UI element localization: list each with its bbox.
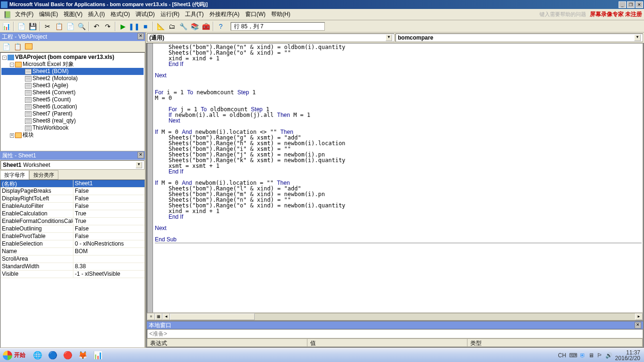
menu-file[interactable]: 文件(F) xyxy=(12,9,36,19)
menu-insert[interactable]: 插入(I) xyxy=(85,9,107,19)
property-value[interactable]: False xyxy=(73,188,145,195)
excel-icon[interactable]: 📗 xyxy=(2,9,12,20)
tree-item-sheet5[interactable]: Sheet5 (Count) xyxy=(1,96,144,103)
find-button[interactable]: 🔍 xyxy=(76,21,87,32)
tree-folder-excel-objects[interactable]: -Microsoft Excel 对象 xyxy=(1,61,144,68)
tray-icon-shield[interactable]: ⛨ xyxy=(580,352,586,359)
insert-module-button[interactable]: 📄 xyxy=(16,21,26,32)
tree-root[interactable]: -VBAProject (bom compare ver13.xls) xyxy=(1,54,144,61)
tree-item-sheet3[interactable]: Sheet3 (Agile) xyxy=(1,82,144,89)
property-value[interactable]: False xyxy=(73,195,145,202)
project-panel-close-button[interactable]: ✕ xyxy=(137,33,144,40)
properties-button[interactable]: 🔧 xyxy=(178,21,188,32)
clock[interactable]: 11:37 2016/2/20 xyxy=(615,350,640,361)
property-value[interactable] xyxy=(73,255,145,263)
tab-categorized[interactable]: 按分类序 xyxy=(29,170,58,180)
tray-icon-volume[interactable]: 🔊 xyxy=(605,352,612,359)
properties-grid[interactable]: (名称)Sheet1DisplayPageBreaksFalseDisplayR… xyxy=(0,180,145,348)
taskbar-app-3[interactable]: 🔴 xyxy=(61,349,74,362)
tray-icon-flag[interactable]: 🏳 xyxy=(597,352,603,359)
restore-button[interactable]: ❐ xyxy=(627,1,635,8)
menu-debug[interactable]: 调试(D) xyxy=(133,9,158,19)
property-row[interactable]: EnableOutliningFalse xyxy=(0,225,145,233)
tray-icon-keyboard[interactable]: ⌨ xyxy=(569,352,577,359)
tree-item-sheet6[interactable]: Sheet6 (Location) xyxy=(1,103,144,110)
tree-folder-modules[interactable]: +模块 xyxy=(1,132,144,139)
toggle-folders-button[interactable] xyxy=(24,42,34,51)
reset-button[interactable]: ■ xyxy=(140,21,151,32)
chevron-down-icon[interactable]: ▼ xyxy=(136,162,142,168)
tree-item-thisworkbook[interactable]: ThisWorkbook xyxy=(1,124,144,132)
taskbar-app-4[interactable]: 🦊 xyxy=(76,349,89,362)
object-combo[interactable]: (通用) ▼ xyxy=(147,33,394,42)
view-code-button[interactable]: 📄 xyxy=(1,42,11,51)
view-object-button[interactable]: 📋 xyxy=(12,42,23,51)
redo-button[interactable]: ↷ xyxy=(103,21,113,32)
property-value[interactable]: True xyxy=(73,218,145,225)
run-button[interactable]: ▶ xyxy=(118,21,128,32)
property-row[interactable]: EnableFormatConditionsCalculationTrue xyxy=(0,218,145,225)
tree-item-sheet8[interactable]: Sheet8 (real_qty) xyxy=(1,117,144,124)
start-button[interactable]: 开始 xyxy=(0,349,30,362)
property-row[interactable]: StandardWidth8.38 xyxy=(0,263,145,271)
property-value[interactable]: True xyxy=(73,210,145,217)
locals-col-expression[interactable]: 表达式 xyxy=(147,339,307,346)
object-browser-button[interactable]: 📚 xyxy=(189,21,200,32)
tree-item-sheet7[interactable]: Sheet7 (Parent) xyxy=(1,110,144,117)
property-value[interactable]: 0 - xlNoRestrictions xyxy=(73,240,145,247)
taskbar-app-2[interactable]: 🔵 xyxy=(46,349,59,362)
menu-tools[interactable]: 工具(T) xyxy=(182,9,206,19)
horizontal-scrollbar[interactable] xyxy=(170,313,635,320)
property-row[interactable]: (名称)Sheet1 xyxy=(0,180,145,188)
project-tree[interactable]: -VBAProject (bom compare ver13.xls) -Mic… xyxy=(0,52,145,151)
menu-view[interactable]: 视图(V) xyxy=(61,9,85,19)
procedure-combo[interactable]: bomcompare ▼ xyxy=(395,33,643,42)
scroll-right-button[interactable]: ► xyxy=(635,313,643,320)
minimize-button[interactable]: _ xyxy=(619,1,626,8)
menu-addins[interactable]: 外接程序(A) xyxy=(207,9,242,19)
property-row[interactable]: EnablePivotTableFalse xyxy=(0,233,145,240)
undo-button[interactable]: ↶ xyxy=(91,21,102,32)
toolbox-button[interactable]: 🧰 xyxy=(201,21,211,32)
help-button[interactable]: ? xyxy=(216,21,226,32)
close-button[interactable]: ✕ xyxy=(636,1,643,8)
properties-object-combo[interactable]: Sheet1 Worksheet ▼ xyxy=(0,160,145,170)
property-value[interactable]: Sheet1 xyxy=(73,180,145,187)
full-module-view-button[interactable]: ▦ xyxy=(155,313,162,320)
scrollbar-thumb[interactable] xyxy=(170,313,255,320)
copy-button[interactable]: 📋 xyxy=(54,21,64,32)
locals-col-value[interactable]: 值 xyxy=(307,339,467,346)
property-row[interactable]: DisplayRightToLeftFalse xyxy=(0,195,145,203)
property-value[interactable]: BOM xyxy=(73,248,145,255)
project-explorer-button[interactable]: 🗂 xyxy=(167,21,177,32)
properties-panel-close-button[interactable]: ✕ xyxy=(137,152,144,158)
property-value[interactable]: -1 - xlSheetVisible xyxy=(73,271,145,278)
property-value[interactable]: False xyxy=(73,233,145,240)
property-row[interactable]: EnableCalculationTrue xyxy=(0,210,145,218)
property-value[interactable]: False xyxy=(73,203,145,210)
property-row[interactable]: ScrollArea xyxy=(0,255,145,263)
locals-ready-combo[interactable]: <准备> xyxy=(147,329,643,338)
menu-window[interactable]: 窗口(W) xyxy=(242,9,268,19)
property-row[interactable]: Visible-1 - xlSheetVisible xyxy=(0,271,145,278)
view-excel-button[interactable]: 📊 xyxy=(1,21,11,32)
property-row[interactable]: EnableSelection0 - xlNoRestrictions xyxy=(0,240,145,248)
tab-alphabetic[interactable]: 按字母序 xyxy=(0,170,29,180)
menu-help[interactable]: 帮助(H) xyxy=(268,9,293,19)
tray-icon-network[interactable]: 🖥 xyxy=(588,352,594,359)
ime-indicator[interactable]: CH xyxy=(558,352,566,359)
code-text[interactable]: Sheets("bom").Range("n" & xind) = oldbom… xyxy=(147,43,643,245)
taskbar-app-excel[interactable]: 📊 xyxy=(91,349,105,362)
menu-edit[interactable]: 编辑(E) xyxy=(36,9,61,19)
tree-item-sheet4[interactable]: Sheet4 (Convert) xyxy=(1,89,144,96)
chevron-down-icon[interactable]: ▼ xyxy=(634,34,641,41)
code-editor[interactable]: Sheets("bom").Range("n" & xind) = oldbom… xyxy=(147,43,643,313)
locals-close-button[interactable]: ✕ xyxy=(635,322,641,329)
property-value[interactable]: False xyxy=(73,225,145,232)
menu-format[interactable]: 格式(O) xyxy=(108,9,133,19)
help-hint[interactable]: 键入需要帮助的问题 xyxy=(539,11,586,18)
chevron-down-icon[interactable]: ▼ xyxy=(386,34,392,41)
property-row[interactable]: EnableAutoFilterFalse xyxy=(0,203,145,210)
property-row[interactable]: NameBOM xyxy=(0,248,145,255)
save-button[interactable]: 💾 xyxy=(27,21,38,32)
